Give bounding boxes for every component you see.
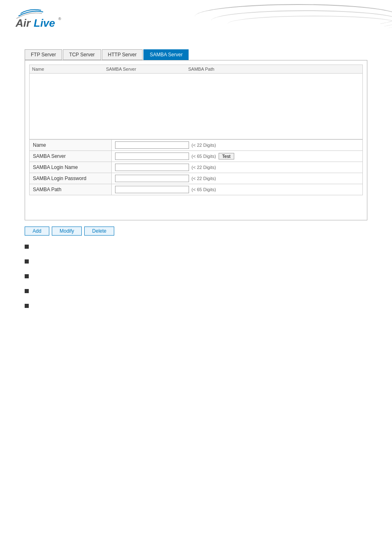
- airlive-logo-svg: Air Live ®: [12, 6, 66, 31]
- col-samba-server: SAMBA Server: [106, 67, 188, 72]
- input-cell-login-name: (< 22 Digits): [112, 162, 363, 173]
- input-cell-samba-server: (< 65 Digits) Test: [112, 151, 363, 162]
- col-name: Name: [32, 67, 106, 72]
- hint-samba-server: (< 65 Digits): [191, 154, 216, 159]
- bullet-icon-2: [25, 259, 29, 264]
- samba-path-input[interactable]: [115, 186, 189, 193]
- form-row-login-password: SAMBA Login Password (< 22 Digits): [30, 173, 363, 184]
- hint-login-password: (< 22 Digits): [191, 176, 216, 181]
- samba-list: [29, 74, 363, 139]
- hint-login-name: (< 22 Digits): [191, 165, 216, 170]
- tab-tcp[interactable]: TCP Server: [63, 49, 101, 60]
- bullet-text-1: [34, 244, 35, 251]
- form-row-samba-path: SAMBA Path (< 65 Digits): [30, 184, 363, 195]
- samba-panel: Name SAMBA Server SAMBA Path Name (< 22 …: [25, 60, 367, 220]
- svg-text:®: ®: [58, 17, 61, 21]
- svg-text:Air: Air: [15, 17, 31, 29]
- bullet-text-5: [34, 303, 35, 310]
- logo: Air Live ®: [12, 6, 66, 32]
- tab-bar: FTP Server TCP Server HTTP Server SAMBA …: [25, 49, 367, 60]
- bullet-text-4: [34, 288, 35, 296]
- action-buttons: Add Modify Delete: [25, 227, 367, 236]
- form-row-login-name: SAMBA Login Name (< 22 Digits): [30, 162, 363, 173]
- bullet-item-3: [25, 273, 367, 281]
- form-table: Name (< 22 Digits) SAMBA Server (: [29, 139, 363, 195]
- tab-http[interactable]: HTTP Server: [102, 49, 143, 60]
- label-samba-path: SAMBA Path: [30, 184, 112, 195]
- hint-samba-path: (< 65 Digits): [191, 187, 216, 192]
- bullet-icon-5: [25, 304, 29, 308]
- table-header: Name SAMBA Server SAMBA Path: [29, 65, 363, 74]
- bullet-item-5: [25, 303, 367, 310]
- input-cell-samba-path: (< 65 Digits): [112, 184, 363, 195]
- label-login-name: SAMBA Login Name: [30, 162, 112, 173]
- bullet-text-3: [34, 273, 35, 281]
- header-decoration: [145, 0, 392, 41]
- label-name: Name: [30, 140, 112, 151]
- bullet-item-1: [25, 244, 367, 251]
- bullet-section: [25, 244, 367, 310]
- page-header: Air Live ®: [0, 0, 392, 41]
- test-button[interactable]: Test: [219, 153, 234, 160]
- input-cell-name: (< 22 Digits): [112, 140, 363, 151]
- main-content: FTP Server TCP Server HTTP Server SAMBA …: [0, 41, 392, 326]
- bullet-icon-1: [25, 245, 29, 249]
- delete-button[interactable]: Delete: [84, 227, 114, 236]
- bullet-icon-3: [25, 274, 29, 278]
- modify-button[interactable]: Modify: [52, 227, 82, 236]
- tab-samba[interactable]: SAMBA Server: [143, 49, 189, 60]
- samba-server-input[interactable]: [115, 153, 189, 160]
- spacer: [29, 195, 363, 216]
- add-button[interactable]: Add: [25, 227, 49, 236]
- name-input[interactable]: [115, 141, 189, 149]
- hint-name: (< 22 Digits): [191, 143, 216, 148]
- bullet-item-2: [25, 259, 367, 266]
- tab-ftp[interactable]: FTP Server: [25, 49, 62, 60]
- col-samba-path: SAMBA Path: [188, 67, 360, 72]
- bullet-item-4: [25, 288, 367, 296]
- bullet-icon-4: [25, 289, 29, 293]
- bullet-text-2: [34, 259, 35, 266]
- form-row-samba-server: SAMBA Server (< 65 Digits) Test: [30, 151, 363, 162]
- login-name-input[interactable]: [115, 164, 189, 171]
- login-password-input[interactable]: [115, 175, 189, 182]
- input-cell-login-password: (< 22 Digits): [112, 173, 363, 184]
- label-login-password: SAMBA Login Password: [30, 173, 112, 184]
- form-row-name: Name (< 22 Digits): [30, 140, 363, 151]
- svg-text:Live: Live: [34, 17, 55, 29]
- label-samba-server: SAMBA Server: [30, 151, 112, 162]
